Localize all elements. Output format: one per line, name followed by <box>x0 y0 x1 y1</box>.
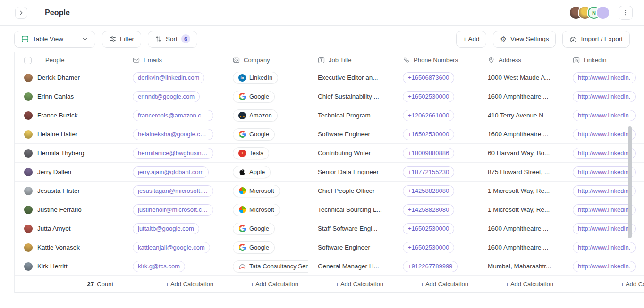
job-title-cell[interactable]: Technical Program ... <box>308 106 393 125</box>
view-settings-button[interactable]: ⚙ View Settings <box>493 31 556 48</box>
add-button[interactable]: + Add <box>456 31 487 48</box>
vertical-scrollbar-thumb[interactable] <box>628 126 632 238</box>
phone-pill[interactable]: +912267789999 <box>403 261 458 272</box>
address-cell[interactable]: 1000 West Maude A... <box>478 68 563 87</box>
phone-cell[interactable]: +16502530000 <box>393 125 478 143</box>
email-pill[interactable]: justinenoir@microsoft.com <box>133 204 213 216</box>
company-pill[interactable]: Google <box>233 128 275 141</box>
linkedin-pill[interactable]: http://www.linkedin. <box>573 72 636 83</box>
add-calculation-button[interactable]: + Add Calculation <box>335 281 383 288</box>
phone-cell[interactable]: +18009880886 <box>393 144 478 162</box>
company-cell[interactable]: Apple <box>223 163 308 181</box>
company-pill[interactable]: Amazon <box>233 109 278 122</box>
email-pill[interactable]: derikvin@linkedin.com <box>133 72 204 83</box>
email-cell[interactable]: juttaitb@google.com <box>123 219 223 238</box>
phone-pill[interactable]: +16502530000 <box>403 129 454 140</box>
linkedin-pill[interactable]: http://www.linkedin. <box>573 91 636 102</box>
email-cell[interactable]: jerry.ajain@globant.com <box>123 163 223 181</box>
phone-cell[interactable]: +18772155230 <box>393 163 478 181</box>
table-row[interactable]: Hermila Thyberg hermilanice@bwgbusiness.… <box>15 144 644 163</box>
company-cell[interactable]: Google <box>223 219 308 238</box>
email-pill[interactable]: jerry.ajain@globant.com <box>133 166 209 178</box>
phone-pill[interactable]: +14258828080 <box>403 204 454 216</box>
company-pill[interactable]: Google <box>233 223 275 235</box>
company-cell[interactable]: Google <box>223 87 308 106</box>
phone-cell[interactable]: +14258828080 <box>393 200 478 219</box>
person-cell[interactable]: Jerry Dallen <box>15 163 123 181</box>
person-cell[interactable]: Kirk Herritt <box>15 257 123 275</box>
linkedin-cell[interactable]: http://www.linkedin. <box>563 238 644 257</box>
company-pill[interactable]: T Tesla <box>233 147 269 159</box>
address-cell[interactable]: 1600 Amphitheatre ... <box>478 219 563 238</box>
add-calculation-button[interactable]: + Add Calculation <box>250 281 298 288</box>
address-cell[interactable]: 1600 Amphitheatre ... <box>478 87 563 106</box>
company-pill[interactable]: Google <box>233 91 275 103</box>
phone-cell[interactable]: +12062661000 <box>393 106 478 125</box>
address-cell[interactable]: 1600 Amphitheatre ... <box>478 238 563 257</box>
person-cell[interactable]: Erinn Canlas <box>15 87 123 106</box>
select-all-checkbox[interactable] <box>24 57 32 64</box>
column-header-people[interactable]: People <box>15 52 123 68</box>
address-cell[interactable]: 1600 Amphitheatre ... <box>478 125 563 143</box>
phone-pill[interactable]: +18772155230 <box>403 166 454 178</box>
linkedin-pill[interactable]: http://www.linkedin. <box>573 148 636 159</box>
person-cell[interactable]: Justine Ferrario <box>15 200 123 219</box>
table-row[interactable]: Helaine Halter helaineksha@google.com Go… <box>15 125 644 144</box>
column-header-address[interactable]: Address <box>478 52 563 68</box>
person-cell[interactable]: Kattie Vonasek <box>15 238 123 257</box>
linkedin-cell[interactable]: http://www.linkedin. <box>563 219 644 238</box>
job-title-cell[interactable]: Chief People Officer <box>308 182 393 200</box>
table-row[interactable]: Kirk Herritt kirk.g@tcs.com Tata Consult… <box>15 257 644 276</box>
phone-cell[interactable]: +16502530000 <box>393 87 478 106</box>
email-cell[interactable]: franceronis@amazon.com <box>123 106 223 125</box>
phone-cell[interactable]: +16506873600 <box>393 68 478 87</box>
linkedin-cell[interactable]: http://www.linkedin. <box>563 125 644 143</box>
email-pill[interactable]: jesusitagan@microsoft.com <box>133 185 213 197</box>
linkedin-pill[interactable]: http://www.linkedin. <box>573 261 636 272</box>
linkedin-pill[interactable]: http://www.linkedin. <box>573 129 636 140</box>
linkedin-pill[interactable]: http://www.linkedin. <box>573 204 636 216</box>
job-title-cell[interactable]: Contributing Writer <box>308 144 393 162</box>
company-pill[interactable]: Microsoft <box>233 204 280 216</box>
email-cell[interactable]: kirk.g@tcs.com <box>123 257 223 275</box>
column-header-phone-numbers[interactable]: Phone Numbers <box>393 52 478 68</box>
email-cell[interactable]: hermilanice@bwgbusiness... <box>123 144 223 162</box>
linkedin-cell[interactable]: http://www.linkedin. <box>563 87 644 106</box>
person-cell[interactable]: Jesusita Flister <box>15 182 123 200</box>
sort-button[interactable]: Sort 6 <box>148 31 197 48</box>
email-cell[interactable]: helaineksha@google.com <box>123 125 223 143</box>
table-row[interactable]: Erinn Canlas erinndt@google.com Google C… <box>15 87 644 106</box>
company-pill[interactable]: Apple <box>233 166 271 178</box>
linkedin-pill[interactable]: http://www.linkedin. <box>573 110 636 121</box>
person-cell[interactable]: Hermila Thyberg <box>15 144 123 162</box>
filter-button[interactable]: Filter <box>102 31 141 48</box>
linkedin-cell[interactable]: http://www.linkedin. <box>563 144 644 162</box>
job-title-cell[interactable]: General Manager H... <box>308 257 393 275</box>
sidebar-expand-button[interactable] <box>15 7 27 19</box>
job-title-cell[interactable]: Technical Sourcing L... <box>308 200 393 219</box>
job-title-cell[interactable]: Executive Editor an... <box>308 68 393 87</box>
job-title-cell[interactable]: Staff Software Engi... <box>308 219 393 238</box>
phone-pill[interactable]: +14258828080 <box>403 185 454 197</box>
email-pill[interactable]: franceronis@amazon.com <box>133 110 213 121</box>
address-cell[interactable]: Mumbai, Maharashtr... <box>478 257 563 275</box>
company-pill[interactable]: Google <box>233 241 275 254</box>
company-cell[interactable]: Google <box>223 238 308 257</box>
phone-cell[interactable]: +14258828080 <box>393 182 478 200</box>
table-row[interactable]: Kattie Vonasek kattieanjali@google.com G… <box>15 238 644 257</box>
phone-pill[interactable]: +16502530000 <box>403 242 454 253</box>
company-cell[interactable]: Microsoft <box>223 182 308 200</box>
email-cell[interactable]: derikvin@linkedin.com <box>123 68 223 87</box>
address-cell[interactable]: 875 Howard Street, ... <box>478 163 563 181</box>
table-row[interactable]: Justine Ferrario justinenoir@microsoft.c… <box>15 200 644 219</box>
job-title-cell[interactable]: Senior Data Engineer <box>308 163 393 181</box>
linkedin-pill[interactable]: http://www.linkedin. <box>573 242 636 253</box>
company-pill[interactable]: in LinkedIn <box>233 72 278 84</box>
address-cell[interactable]: 410 Terry Avenue N... <box>478 106 563 125</box>
address-cell[interactable]: 1 Microsoft Way, Re... <box>478 200 563 219</box>
view-switcher-button[interactable]: Table View <box>14 31 95 48</box>
phone-pill[interactable]: +18009880886 <box>403 148 454 159</box>
column-header-job-title[interactable]: Job Title <box>308 52 393 68</box>
more-options-button[interactable] <box>619 6 633 20</box>
email-cell[interactable]: erinndt@google.com <box>123 87 223 106</box>
